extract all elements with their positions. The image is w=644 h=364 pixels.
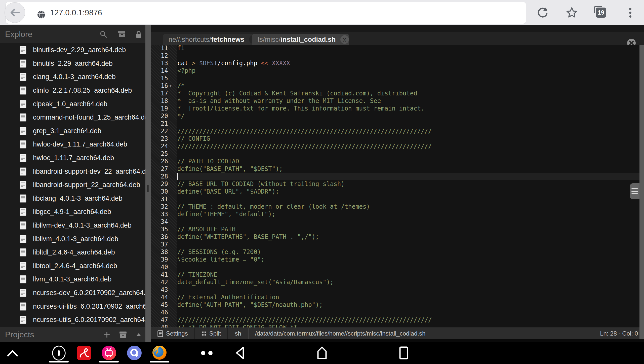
code-line[interactable]: 44// External Authentification	[151, 294, 644, 301]
code-line[interactable]: 14<?php	[151, 67, 644, 75]
split-button[interactable]: Split	[195, 328, 228, 339]
firefox-app-icon[interactable]	[152, 345, 167, 361]
drawer-handle-icon[interactable]	[630, 183, 639, 199]
code-line[interactable]: 26// PATH TO CODIAD	[151, 158, 644, 165]
list-item[interactable]: ncurses-ui-libs_6.0.20170902_aarch64.deb	[0, 300, 145, 313]
list-item[interactable]: libllvm_4.0.1-3_aarch64.deb	[0, 232, 145, 246]
scrollbar-track[interactable]	[639, 45, 644, 339]
code-line[interactable]: 40	[151, 263, 644, 271]
list-item[interactable]: clang_4.0.1-3_aarch64.deb	[0, 70, 145, 84]
code-line[interactable]: 21	[151, 120, 644, 127]
browser-menu-icon[interactable]	[624, 7, 636, 18]
code-line[interactable]: 30define("BASE_URL", "$ADDR");	[151, 188, 644, 195]
bookmark-star-icon[interactable]	[566, 7, 578, 18]
code-line[interactable]: 32// THEME : default, modern or clear (l…	[151, 203, 644, 210]
code-line[interactable]: 24//////////////////////////////////////…	[151, 142, 644, 150]
terminal-app-icon[interactable]	[52, 345, 66, 362]
url-bar[interactable]: 127.0.0.1:9876	[6, 2, 526, 24]
dock-page-dot[interactable]	[201, 351, 205, 355]
code-line[interactable]: 47//////////////////////////////////////…	[151, 316, 644, 324]
list-item[interactable]: libtool_2.4.6-4_aarch64.deb	[0, 259, 145, 273]
archive-icon[interactable]	[118, 30, 126, 39]
syntax-mode[interactable]: sh	[228, 328, 248, 339]
code-line[interactable]: 27define("BASE_PATH", "$DEST");	[151, 165, 644, 173]
list-item[interactable]: hwloc_1.11.7_aarch64.deb	[0, 151, 145, 165]
file-name: clpeak_1.0_aarch64.deb	[33, 100, 107, 108]
list-item[interactable]: ncurses-dev_6.0.20170902_aarch64.deb	[0, 286, 145, 300]
settings-button[interactable]: Settings	[151, 328, 194, 339]
projects-archive-icon[interactable]	[119, 331, 127, 339]
code-line[interactable]: 38// SESSIONS (e.g. 7200)	[151, 248, 644, 256]
code-line[interactable]: 16▾/*	[151, 82, 644, 90]
list-item[interactable]: libandroid-support_22_aarch64.deb	[0, 178, 145, 192]
fold-arrow-icon[interactable]: ▾	[170, 82, 172, 90]
code-line[interactable]: 36define("WHITEPATHS", BASE_PATH . ",/")…	[151, 233, 644, 241]
list-item[interactable]: binutils-dev_2.29_aarch64.deb	[0, 43, 145, 57]
tab-filename: install_codiad.sh	[281, 36, 336, 44]
code-line[interactable]: 19* [root]/license.txt for more. This in…	[151, 105, 644, 112]
nav-recents-button[interactable]	[399, 346, 409, 361]
list-item[interactable]: libllvm-dev_4.0.1-3_aarch64.deb	[0, 219, 145, 232]
search-icon[interactable]	[100, 30, 107, 39]
list-item[interactable]: command-not-found_1.25_aarch64.deb	[0, 111, 145, 124]
running-indicator	[99, 361, 119, 362]
collapse-panel-icon[interactable]	[136, 333, 141, 338]
url-text[interactable]: 127.0.0.1:9876	[50, 2, 102, 24]
acrobat-app-icon[interactable]	[77, 346, 91, 361]
code-line[interactable]: 18* as-is and without warranty under the…	[151, 97, 644, 105]
dock-page-dot[interactable]	[208, 351, 213, 355]
code-line[interactable]: 37	[151, 241, 644, 248]
code-line[interactable]: 35// ABSOLUTE PATH	[151, 226, 644, 233]
code-token: ////////////////////////////////////////…	[177, 128, 432, 135]
code-line[interactable]: 43	[151, 286, 644, 294]
code-line[interactable]: 39\$cookie_lifetime = "0";	[151, 256, 644, 263]
list-item[interactable]: llvm_4.0.1-3_aarch64.deb	[0, 273, 145, 286]
sidebar-splitter[interactable]	[145, 25, 151, 342]
tab-fetchnews[interactable]: ne//.shortcuts/fetchnews x	[163, 34, 255, 45]
code-line[interactable]: 15	[151, 75, 644, 82]
list-item[interactable]: libclang_4.0.1-3_aarch64.deb	[0, 192, 145, 205]
list-item[interactable]: libgcc_4.9-1_aarch64.deb	[0, 205, 145, 219]
reload-button[interactable]	[537, 7, 548, 18]
code-editor[interactable]: 11fi1213cat > $DEST/config.php << XXXXX1…	[151, 45, 644, 327]
code-line[interactable]: 46	[151, 309, 644, 316]
close-tab-icon[interactable]: x	[340, 35, 349, 44]
list-item[interactable]: binutils_2.29_aarch64.deb	[0, 57, 145, 70]
list-item[interactable]: grep_3.1_aarch64.deb	[0, 124, 145, 138]
code-line[interactable]: 22//////////////////////////////////////…	[151, 127, 644, 135]
chevron-up-icon[interactable]	[7, 350, 18, 358]
code-line[interactable]: 48// ** DO NOT EDIT CONFIG BELOW **	[151, 324, 644, 327]
code-line[interactable]: 34	[151, 218, 644, 226]
code-line[interactable]: 33define("THEME", "default");	[151, 210, 644, 218]
list-item[interactable]: hwloc-dev_1.11.7_aarch64.deb	[0, 138, 145, 151]
code-line[interactable]: 45define("AUTH_PATH", "$DEST/noauth.php"…	[151, 301, 644, 309]
code-text: <?php	[177, 67, 195, 75]
nav-back-button[interactable]	[235, 346, 245, 361]
code-line[interactable]: 41// TIMEZONE	[151, 271, 644, 278]
tab-counter-button[interactable]: 19	[595, 7, 607, 18]
code-line[interactable]: 17* Copyright (c) Codiad & Kent Safransk…	[151, 90, 644, 97]
code-line[interactable]: 13cat > $DEST/config.php << XXXXX	[151, 59, 644, 67]
list-item[interactable]: ncurses-utils_6.0.20170902_aarch64.deb	[0, 313, 145, 327]
code-line[interactable]: 12	[151, 52, 644, 59]
nav-home-button[interactable]	[316, 346, 328, 361]
code-line[interactable]: 11fi	[151, 45, 644, 52]
list-item[interactable]: clpeak_1.0_aarch64.deb	[0, 97, 145, 111]
code-token: define("WHITEPATHS", BASE_PATH . ",/");	[177, 233, 319, 240]
list-item[interactable]: libltdl_2.4.6-4_aarch64.deb	[0, 246, 145, 259]
tab-install-codiad[interactable]: ts/misc/install_codiad.sh x	[252, 34, 349, 45]
code-line[interactable]: 20*/	[151, 112, 644, 120]
tv-app-icon[interactable]	[102, 346, 116, 361]
code-line[interactable]: 25	[151, 150, 644, 158]
code-line[interactable]: 31	[151, 195, 644, 203]
code-line[interactable]: 29// BASE URL TO CODIAD (without trailin…	[151, 180, 644, 188]
code-line[interactable]: 23// CONFIG	[151, 135, 644, 142]
code-line[interactable]: 28	[151, 173, 644, 180]
code-line[interactable]: 42date_default_timezone_set("Asia/Damasc…	[151, 278, 644, 286]
q-app-icon[interactable]	[127, 346, 142, 361]
lock-icon[interactable]	[135, 30, 142, 40]
list-item[interactable]: libandroid-support-dev_22_aarch64.deb	[0, 165, 145, 178]
list-item[interactable]: clinfo_2.2.17.08.25_aarch64.deb	[0, 84, 145, 97]
browser-back-button[interactable]	[5, 2, 25, 23]
add-project-icon[interactable]	[104, 332, 110, 339]
